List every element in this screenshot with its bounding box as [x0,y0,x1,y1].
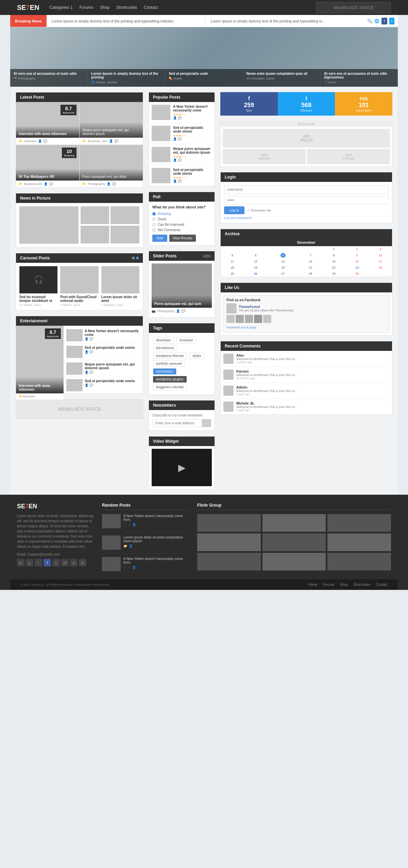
newsletter-email-input[interactable] [152,419,202,427]
footer-social-youtube[interactable]: yt [70,559,78,566]
footer-random-post-3[interactable]: A New Yorker doesn't necessarily come fr… [102,557,190,571]
latest-post-2[interactable]: Neque porro quisquam est, qui dolorem ip… [80,102,143,144]
slider-next-icon[interactable]: ▷ [207,254,210,258]
footer-nav-shop[interactable]: Shop [340,583,348,586]
flickr-thumb-7[interactable] [197,553,261,571]
poll-results-button[interactable]: View Results [169,235,196,242]
tag-themeforest[interactable]: themeforest [153,345,177,351]
nav-categories[interactable]: Categories 1 [50,5,73,10]
facebook-page-link[interactable]: Facebook social page [226,326,256,329]
popular-post-4[interactable]: Sed ut perspiciatis unde omnis ★★★☆☆ 👤 💬 [149,165,215,186]
flickr-thumb-9[interactable] [327,553,391,571]
hero-item-5[interactable]: At vero eos et accusamus et iusto odio d… [321,69,398,87]
flickr-thumb-6[interactable] [327,533,391,551]
flickr-thumb-4[interactable] [197,533,261,551]
hero-item-3[interactable]: Sed ut perspiciatis unde 💊 Health [165,69,243,87]
logo[interactable]: SE7EN [17,4,39,12]
tag-wordpress-plugins[interactable]: wordpress plugins [153,376,187,382]
tag-portfolio-carousel[interactable]: portfolio carousel [153,360,185,367]
poll-vote-button[interactable]: Vote [152,235,167,242]
entertainment-item[interactable]: Neque porro quisquam est, qui dolorem ip… [64,360,143,377]
search-icon[interactable]: 🔍 [367,19,372,23]
hero-item-4[interactable]: Nemo enim ipsam voluptatem quia sit 🎮 An… [243,69,321,87]
flickr-thumb-5[interactable] [262,533,326,551]
hero-item-2[interactable]: Lorem Ipsum is simply dummy text of the … [88,69,165,87]
latest-post-4[interactable]: Porro quisquam est, qui dolor 📁Photograp… [80,145,143,187]
login-button[interactable]: Log In [224,206,244,214]
tag-developer[interactable]: developer [153,337,174,343]
popular-post-3[interactable]: Neque porro quisquam est, qui dolorem ip… [149,144,215,165]
flickr-thumb-3[interactable] [327,514,391,532]
tag-begginers-tutorials[interactable]: begginers tutorials [153,384,187,390]
footer-social-linkedin[interactable]: in [52,559,60,566]
footer-logo[interactable]: SE7EN [17,503,95,510]
news-small-thumb[interactable] [81,206,109,224]
facebook-icon[interactable]: f [381,18,387,24]
carousel-item-2[interactable]: Post with SoundCloud external audio 7 Ma… [60,266,98,307]
footer-social-google[interactable]: g [26,559,33,566]
tag-business[interactable]: business [176,337,196,343]
globe-icon[interactable]: 🌐 [374,19,379,23]
twitter-icon[interactable]: t [389,18,394,24]
flickr-thumb-8[interactable] [262,553,326,571]
carousel-item-3[interactable]: Lorem ipsum dolor sit amet 1 January, 20… [101,266,139,307]
footer-random-post-1[interactable]: A New Yorker doesn't necessarily come fr… [102,514,190,532]
entertainment-main[interactable]: 8.7 Awesome Interview with anna nilsense… [16,326,64,393]
news-big-thumb[interactable] [19,206,79,244]
footer-nav-shortcodes[interactable]: Shortcodes [353,583,371,586]
footer-social-twitter[interactable]: t [35,559,42,566]
nav-forums[interactable]: Forums [80,5,94,10]
footer-nav-home[interactable]: Home [308,583,318,586]
hero-item-1[interactable]: At vero eos et accusamus et iusto odio 📷… [10,69,88,87]
poll-option-amazing[interactable]: Amazing [152,212,211,216]
news-small-thumb[interactable] [111,226,139,243]
cal-highlight-day[interactable]: 23 [345,265,369,271]
entertainment-item[interactable]: Sed ut perspiciatis unde omnis 👤 💬 [64,344,143,360]
popular-post-2[interactable]: Sed ut perspiciatis unde omnis ★★★☆☆ 👤 💬 [149,123,215,144]
poll-option-nocomments[interactable]: Not Comments [152,228,211,232]
footer-nav-contact[interactable]: Contact [376,583,388,586]
footer-email-link[interactable]: Support@mysite.com [28,552,60,556]
slider-prev-icon[interactable]: ◁ [203,254,206,258]
footer-social-email[interactable]: @ [79,559,86,566]
latest-post-3[interactable]: 10 Amazing 50 Top Wallpapers HD 📁Backgro… [16,145,79,187]
footer-social-facebook[interactable]: f [44,559,51,566]
carousel-item-1[interactable]: 🎧 Sed do eiusmod tempor incididunt ut 27… [19,266,57,307]
footer-nav-forums[interactable]: Forums [323,583,335,586]
footer-social-github[interactable]: gh [61,559,69,566]
carousel-post-title: Post with SoundCloud external audio [60,295,98,303]
ads-large[interactable]: ADS200x125 [223,129,390,148]
newsletter-submit-button[interactable]: → [202,419,211,427]
facebook-social-btn[interactable]: f 259 fans [220,92,278,116]
ads-small-2[interactable]: ADS125x125 [307,149,390,164]
news-small-thumb[interactable] [111,206,139,224]
ads-small-1[interactable]: ADS125x125 [223,149,306,164]
footer-random-post-2[interactable]: Lorem ipsum dolor sit amet consectetur l… [102,535,190,554]
rss-social-btn[interactable]: rss 101 subscribers [335,92,392,116]
tag-wordpress-themes[interactable]: wordpress themes [153,353,187,359]
poll-option-improved[interactable]: Can Be Improved [152,223,211,226]
cal-weekend-day: 2 [345,246,369,252]
tag-workstation[interactable]: workstation [153,368,176,375]
entertainment-item[interactable]: A New Yorker doesn't necessarily come 👤 … [64,327,143,344]
nav-shop[interactable]: Shop [100,5,109,10]
popular-post-1[interactable]: A New Yorker doesn't necessarily come ★★… [149,102,215,123]
latest-post-1[interactable]: 8.7 Awesome Interview with anna nilsense… [16,102,79,144]
carousel-dot[interactable] [132,257,135,259]
poll-option-good[interactable]: Good [152,217,211,221]
flickr-thumb-1[interactable] [197,514,261,532]
nav-shortcodes[interactable]: Shortcodes [116,5,137,10]
footer-social-gplus[interactable]: g+ [17,559,24,566]
password-input[interactable] [224,196,389,204]
entertainment-item[interactable]: Sed ut perspiciatis unde omnis 👤 💬 [64,377,143,393]
nav-contact[interactable]: Contact [144,5,158,10]
flickr-thumb-2[interactable] [262,514,326,532]
lost-password-link[interactable]: Lost your password? [224,216,389,220]
twitter-social-btn[interactable]: t 568 followers [278,92,335,116]
video-player[interactable]: ▶ [152,449,212,486]
username-input[interactable] [224,185,389,194]
cal-highlight-day[interactable]: 26 [244,271,268,277]
news-small-thumb[interactable] [81,226,109,243]
carousel-dot-active[interactable] [136,257,139,259]
tag-styles[interactable]: styles [189,353,204,359]
